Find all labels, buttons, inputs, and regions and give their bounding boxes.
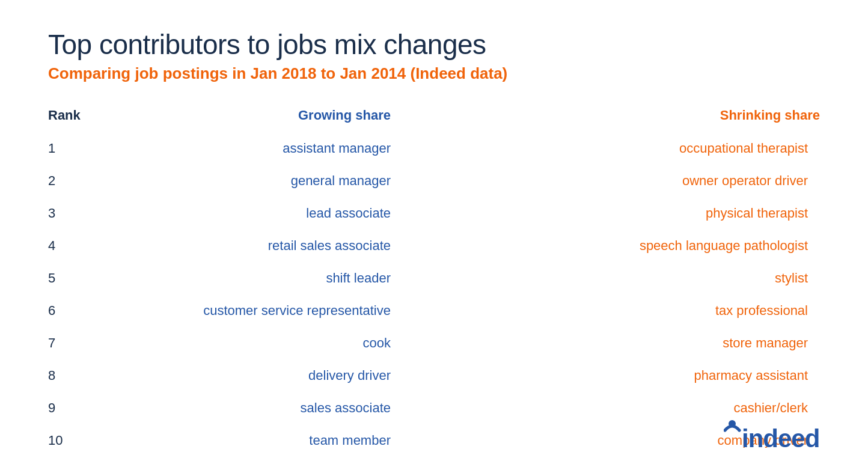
growing-cell: retail sales associate (126, 238, 391, 254)
main-container: Top contributors to jobs mix changes Com… (0, 0, 868, 470)
rank-cell: 3 (48, 206, 126, 221)
growing-header: Growing share (126, 107, 391, 124)
table-row: 1assistant manageroccupational therapist (48, 132, 820, 165)
rank-cell: 7 (48, 335, 126, 351)
shrinking-cell: store manager (391, 335, 820, 351)
rank-header: Rank (48, 107, 126, 124)
growing-cell: general manager (126, 173, 391, 189)
growing-cell: assistant manager (126, 141, 391, 156)
table-row: 9sales associatecashier/clerk (48, 392, 820, 424)
shrinking-header: Shrinking share (391, 107, 820, 124)
table-row: 6customer service representativetax prof… (48, 295, 820, 327)
growing-cell: lead associate (126, 206, 391, 221)
rank-cell: 6 (48, 303, 126, 319)
growing-cell: customer service representative (126, 303, 391, 319)
growing-column-header-container: Growing share (126, 107, 391, 133)
shrinking-cell: tax professional (391, 303, 820, 319)
rank-cell: 5 (48, 270, 126, 286)
page-title: Top contributors to jobs mix changes (48, 29, 820, 61)
table-row: 2general managerowner operator driver (48, 165, 820, 197)
table-row: 3lead associatephysical therapist (48, 197, 820, 230)
shrinking-cell: speech language pathologist (391, 238, 820, 254)
shrinking-cell: physical therapist (391, 206, 820, 221)
table-body: 1assistant manageroccupational therapist… (48, 132, 820, 457)
shrinking-cell: occupational therapist (391, 141, 820, 156)
rank-column: Rank (48, 107, 126, 133)
shrinking-cell: stylist (391, 270, 820, 286)
rank-cell: 1 (48, 141, 126, 156)
shrinking-column-header-container: Shrinking share (391, 107, 820, 133)
indeed-logo-svg: indeed (724, 420, 820, 451)
rank-cell: 4 (48, 238, 126, 254)
table-row: 8delivery driverpharmacy assistant (48, 359, 820, 392)
svg-text:indeed: indeed (742, 424, 819, 451)
rank-cell: 10 (48, 433, 126, 448)
growing-cell: team member (126, 433, 391, 448)
table-row: 7cookstore manager (48, 327, 820, 359)
table-row: 4retail sales associatespeech language p… (48, 230, 820, 262)
rank-cell: 9 (48, 400, 126, 416)
growing-cell: shift leader (126, 270, 391, 286)
table-row: 5shift leaderstylist (48, 262, 820, 295)
growing-cell: sales associate (126, 400, 391, 416)
shrinking-cell: cashier/clerk (391, 400, 820, 416)
page-subtitle: Comparing job postings in Jan 2018 to Ja… (48, 64, 820, 83)
growing-cell: delivery driver (126, 368, 391, 383)
table-row: 10team membercompany driver (48, 424, 820, 457)
rank-cell: 2 (48, 173, 126, 189)
shrinking-cell: owner operator driver (391, 173, 820, 189)
growing-cell: cook (126, 335, 391, 351)
table-header-row: Rank Growing share Shrinking share (48, 107, 820, 133)
data-table: Rank Growing share Shrinking share (48, 107, 820, 133)
shrinking-cell: pharmacy assistant (391, 368, 820, 383)
indeed-logo: indeed (724, 420, 820, 451)
rank-cell: 8 (48, 368, 126, 383)
